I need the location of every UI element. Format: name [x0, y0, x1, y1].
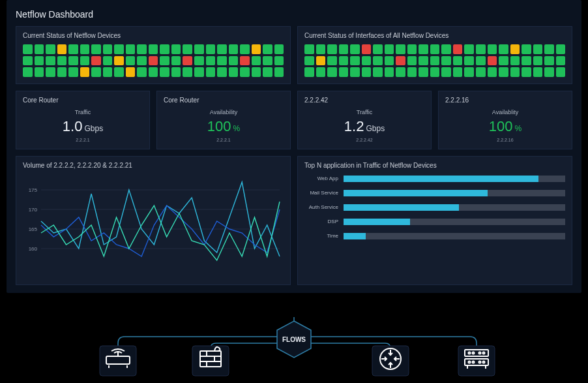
- status-cell[interactable]: [103, 44, 113, 54]
- status-cell[interactable]: [407, 56, 417, 66]
- status-cell[interactable]: [339, 56, 349, 66]
- status-cell[interactable]: [350, 56, 360, 66]
- status-cell[interactable]: [362, 67, 372, 77]
- status-cell[interactable]: [57, 56, 67, 66]
- status-cell[interactable]: [171, 56, 181, 66]
- status-cell[interactable]: [430, 67, 440, 77]
- status-cell[interactable]: [46, 56, 55, 66]
- status-cell[interactable]: [556, 67, 566, 77]
- status-cell[interactable]: [544, 56, 554, 66]
- status-cell[interactable]: [373, 56, 383, 66]
- status-cell[interactable]: [419, 67, 428, 77]
- status-cell[interactable]: [464, 44, 474, 54]
- status-cell[interactable]: [171, 44, 181, 54]
- status-cell[interactable]: [23, 56, 33, 66]
- status-cell[interactable]: [206, 67, 216, 77]
- status-cell[interactable]: [350, 67, 360, 77]
- status-cell[interactable]: [453, 56, 463, 66]
- status-cell[interactable]: [533, 67, 543, 77]
- status-cell[interactable]: [476, 56, 486, 66]
- status-cell[interactable]: [304, 67, 314, 77]
- status-cell[interactable]: [441, 56, 451, 66]
- status-cell[interactable]: [68, 44, 78, 54]
- status-cell[interactable]: [57, 67, 67, 77]
- status-cell[interactable]: [23, 67, 33, 77]
- status-cell[interactable]: [464, 56, 474, 66]
- status-cell[interactable]: [304, 56, 314, 66]
- status-cell[interactable]: [362, 44, 372, 54]
- status-cell[interactable]: [217, 56, 227, 66]
- status-cell[interactable]: [316, 67, 326, 77]
- status-cell[interactable]: [407, 67, 417, 77]
- status-cell[interactable]: [350, 44, 360, 54]
- status-cell[interactable]: [510, 44, 520, 54]
- status-cell[interactable]: [126, 56, 136, 66]
- status-cell[interactable]: [57, 44, 67, 54]
- status-cell[interactable]: [385, 56, 394, 66]
- status-cell[interactable]: [240, 44, 250, 54]
- status-cell[interactable]: [522, 67, 531, 77]
- status-cell[interactable]: [407, 44, 417, 54]
- status-cell[interactable]: [441, 44, 451, 54]
- status-cell[interactable]: [252, 44, 261, 54]
- status-cell[interactable]: [304, 44, 314, 54]
- status-cell[interactable]: [229, 56, 239, 66]
- status-cell[interactable]: [522, 56, 531, 66]
- status-cell[interactable]: [80, 67, 90, 77]
- status-cell[interactable]: [373, 44, 383, 54]
- status-cell[interactable]: [252, 56, 261, 66]
- status-cell[interactable]: [137, 67, 147, 77]
- status-cell[interactable]: [316, 44, 326, 54]
- status-cell[interactable]: [544, 67, 554, 77]
- status-cell[interactable]: [396, 44, 405, 54]
- status-cell[interactable]: [91, 67, 101, 77]
- status-cell[interactable]: [46, 67, 55, 77]
- status-cell[interactable]: [137, 56, 147, 66]
- status-cell[interactable]: [23, 44, 33, 54]
- status-cell[interactable]: [385, 44, 394, 54]
- status-cell[interactable]: [510, 67, 520, 77]
- status-cell[interactable]: [206, 44, 216, 54]
- status-cell[interactable]: [327, 56, 337, 66]
- status-cell[interactable]: [556, 44, 566, 54]
- status-cell[interactable]: [274, 44, 284, 54]
- status-cell[interactable]: [510, 56, 520, 66]
- status-cell[interactable]: [396, 67, 405, 77]
- status-cell[interactable]: [160, 67, 169, 77]
- status-cell[interactable]: [149, 56, 158, 66]
- status-cell[interactable]: [252, 67, 261, 77]
- status-cell[interactable]: [488, 56, 497, 66]
- status-cell[interactable]: [419, 56, 428, 66]
- status-cell[interactable]: [274, 56, 284, 66]
- status-cell[interactable]: [316, 56, 326, 66]
- status-cell[interactable]: [80, 56, 90, 66]
- status-cell[interactable]: [80, 44, 90, 54]
- status-cell[interactable]: [499, 56, 508, 66]
- status-cell[interactable]: [217, 67, 227, 77]
- status-cell[interactable]: [194, 56, 204, 66]
- status-cell[interactable]: [91, 56, 101, 66]
- status-cell[interactable]: [149, 44, 158, 54]
- status-cell[interactable]: [556, 56, 566, 66]
- status-cell[interactable]: [240, 56, 250, 66]
- status-cell[interactable]: [183, 67, 192, 77]
- status-cell[interactable]: [183, 56, 192, 66]
- status-cell[interactable]: [419, 44, 428, 54]
- status-cell[interactable]: [35, 67, 44, 77]
- status-cell[interactable]: [430, 44, 440, 54]
- status-cell[interactable]: [183, 44, 192, 54]
- status-cell[interactable]: [160, 44, 169, 54]
- status-cell[interactable]: [68, 56, 78, 66]
- status-cell[interactable]: [263, 56, 272, 66]
- status-cell[interactable]: [476, 44, 486, 54]
- status-cell[interactable]: [35, 56, 44, 66]
- status-cell[interactable]: [194, 67, 204, 77]
- status-cell[interactable]: [114, 56, 124, 66]
- status-cell[interactable]: [126, 67, 136, 77]
- status-cell[interactable]: [91, 44, 101, 54]
- status-cell[interactable]: [488, 44, 497, 54]
- status-cell[interactable]: [229, 67, 239, 77]
- status-cell[interactable]: [240, 67, 250, 77]
- status-cell[interactable]: [499, 44, 508, 54]
- status-cell[interactable]: [217, 44, 227, 54]
